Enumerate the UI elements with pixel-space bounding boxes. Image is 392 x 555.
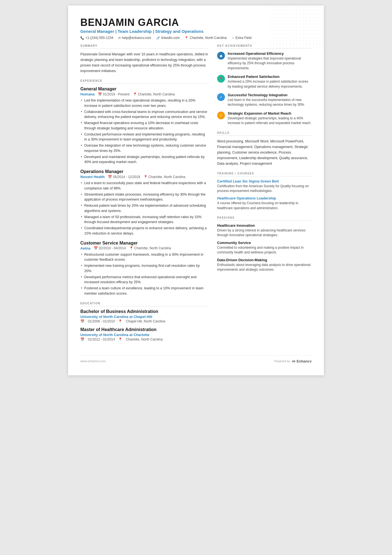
contact-website: 🔗 linkedin.com <box>156 36 180 40</box>
achievements-section: KEY ACHIEVEMENTS ◆ Increased Operational… <box>217 44 312 126</box>
passion-3: Data-Driven Decision-Making Enthusiastic… <box>217 258 312 272</box>
phone-text: +1-(234)-555-1234 <box>85 36 113 40</box>
footer-brand: Powered by ∞ Enhancv <box>274 358 312 364</box>
passions-title: PASSIONS <box>217 216 312 221</box>
achievement-4-title: Strategic Expansion of Market Reach <box>228 111 312 115</box>
passion-1-title: Healthcare Innovation <box>217 223 312 228</box>
job-3-dates: 📅 02/2010 - 04/2014 <box>94 246 126 250</box>
email-text: help@enhancv.com <box>122 36 151 40</box>
bullet-item: Led the implementation of new operationa… <box>80 98 208 108</box>
achievement-3-icon: ✓ <box>217 93 225 101</box>
footer: www.enhancv.com Powered by ∞ Enhancv <box>80 355 312 364</box>
job-1-dates: 📅 01/2019 - Present <box>98 92 129 96</box>
summary-title: SUMMARY <box>80 44 208 49</box>
bullet-item: Reduced patient wait times by 20% via im… <box>80 203 208 214</box>
summary-section: SUMMARY Passionate General Manager with … <box>80 44 208 74</box>
bullet-item: Collaborated with cross-functional teams… <box>80 109 208 120</box>
bullet-item: Developed and maintained strategic partn… <box>80 154 208 165</box>
job-3-bullets: Restructured customer support framework,… <box>80 252 208 296</box>
achievement-4-icon: ⚡ <box>217 112 225 119</box>
enhancv-logo: ∞ Enhancv <box>292 358 312 364</box>
school-1: University of North Carolina at Chapel H… <box>80 315 208 319</box>
resume-page: BENJAMIN GARCIA General Manager | Team L… <box>68 6 324 375</box>
achievement-2-desc: Achieved a 20% increase in patient satis… <box>228 79 312 89</box>
job-2-location: 📍 Charlotte, North Carolina <box>143 175 185 179</box>
bullet-item: Managed a team of 50 professionals, incr… <box>80 214 208 225</box>
passion-1-desc: Driven by a strong interest in advancing… <box>217 228 312 238</box>
degree-1: Bachelor of Business Administration <box>80 309 208 314</box>
phone-icon: 📞 <box>80 36 84 40</box>
training-1-desc: Certification from the American Society … <box>217 184 312 194</box>
achievement-3-title: Successful Technology Integration <box>228 93 312 97</box>
job-2-dates: 📅 05/2014 - 12/2018 <box>108 175 140 179</box>
education-section: EDUCATION Bachelor of Business Administr… <box>80 302 208 341</box>
achievement-1: ◆ Increased Operational Efficiency Imple… <box>217 51 312 71</box>
job-2-title: Operations Manager <box>80 169 208 174</box>
email-icon: ✉ <box>118 36 121 40</box>
passion-1: Healthcare Innovation Driven by a strong… <box>217 223 312 238</box>
calendar-icon-3: 📅 <box>94 246 98 250</box>
achievement-4: ⚡ Strategic Expansion of Market Reach De… <box>217 111 312 126</box>
achievement-3-desc: Led team in the successful implementatio… <box>228 98 312 107</box>
passions-section: PASSIONS Healthcare Innovation Driven by… <box>217 216 312 272</box>
training-section: TRAINING / COURSES Certified Lean Six Si… <box>217 172 312 211</box>
brand-name: Enhancv <box>297 359 312 363</box>
training-2-title: Healthcare Operations Leadership <box>217 196 312 200</box>
training-1: Certified Lean Six Sigma Green Belt Cert… <box>217 179 312 194</box>
link-icon: 🔗 <box>156 36 160 40</box>
candidate-name: BENJAMIN GARCIA <box>80 17 312 28</box>
calendar-icon-edu2: 📅 <box>80 337 85 341</box>
left-column: SUMMARY Passionate General Manager with … <box>80 44 208 347</box>
passion-3-title: Data-Driven Decision-Making <box>217 258 312 262</box>
job-1-title: General Manager <box>80 87 208 92</box>
job-2-meta: Novant Health 📅 05/2014 - 12/2018 📍 Char… <box>80 175 208 179</box>
experience-section: EXPERIENCE General Manager Humana 📅 01/2… <box>80 79 208 296</box>
job-3-location: 📍 Charlotte, North Carolina <box>129 246 171 250</box>
degree-2: Master of Healthcare Administration <box>80 327 208 332</box>
job-3-meta: Aetna 📅 02/2010 - 04/2014 📍 Charlotte, N… <box>80 246 208 250</box>
right-column: KEY ACHIEVEMENTS ◆ Increased Operational… <box>217 44 312 347</box>
job-3-company: Aetna <box>80 246 90 250</box>
pin-icon-3: 📍 <box>129 246 133 250</box>
education-title: EDUCATION <box>80 302 208 306</box>
training-1-title: Certified Lean Six Sigma Green Belt <box>217 179 312 183</box>
achievement-2-title: Enhanced Patient Satisfaction <box>228 75 312 79</box>
skills-section: SKILLS Word processing, Microsoft Word, … <box>217 131 312 166</box>
skills-title: SKILLS <box>217 131 312 136</box>
achievement-4-desc: Developed strategic partnerships, leadin… <box>228 116 312 126</box>
job-1: General Manager Humana 📅 01/2019 - Prese… <box>80 87 208 165</box>
logo-icon: ∞ <box>292 358 296 364</box>
experience-title: EXPERIENCE <box>80 79 208 84</box>
job-3: Customer Service Manager Aetna 📅 02/2010… <box>80 241 208 296</box>
achievement-1-content: Increased Operational Efficiency Impleme… <box>228 51 312 71</box>
calendar-icon-2: 📅 <box>108 175 112 179</box>
header: BENJAMIN GARCIA General Manager | Team L… <box>80 17 312 40</box>
achievement-1-icon: ◆ <box>217 52 225 60</box>
contact-extra: ☆ Extra Field <box>232 36 251 40</box>
passion-3-desc: Enthusiastic about leveraging data analy… <box>217 263 312 272</box>
training-2-desc: A course offered by Coursera focusing on… <box>217 201 312 211</box>
bullet-item: Conducted performance reviews and implem… <box>80 132 208 142</box>
powered-by-text: Powered by <box>274 359 290 363</box>
bullet-item: Developed performance metrics that enhan… <box>80 275 208 285</box>
bullet-item: Led a team to successfully pass state an… <box>80 181 208 191</box>
school-2: University of North Carolina at Charlott… <box>80 333 208 337</box>
job-2: Operations Manager Novant Health 📅 05/20… <box>80 169 208 236</box>
footer-website: www.enhancv.com <box>80 359 106 363</box>
job-1-meta: Humana 📅 01/2019 - Present 📍 Charlotte, … <box>80 92 208 96</box>
achievement-1-desc: Implemented strategies that improved ope… <box>228 56 312 71</box>
edu-2-meta: 📅 01/2012 - 01/2014 📍 Charlotte, North C… <box>80 337 208 341</box>
pin-edu1: 📍 <box>118 319 122 323</box>
achievement-4-content: Strategic Expansion of Market Reach Deve… <box>228 111 312 126</box>
job-2-company: Novant Health <box>80 175 105 179</box>
job-1-bullets: Led the implementation of new operationa… <box>80 98 208 165</box>
calendar-icon-edu1: 📅 <box>80 319 85 323</box>
passion-2-title: Community Service <box>217 241 312 245</box>
job-3-title: Customer Service Manager <box>80 241 208 246</box>
bullet-item: Oversaw the integration of new technolog… <box>80 143 208 154</box>
star-icon: ☆ <box>232 36 234 40</box>
passion-2-desc: Committed to volunteering and making a p… <box>217 245 312 255</box>
bullet-item: Coordinated interdepartmental projects t… <box>80 226 208 236</box>
contact-location: 📍 Charlotte, North Carolina <box>185 36 227 40</box>
extra-text: Extra Field <box>235 36 251 40</box>
